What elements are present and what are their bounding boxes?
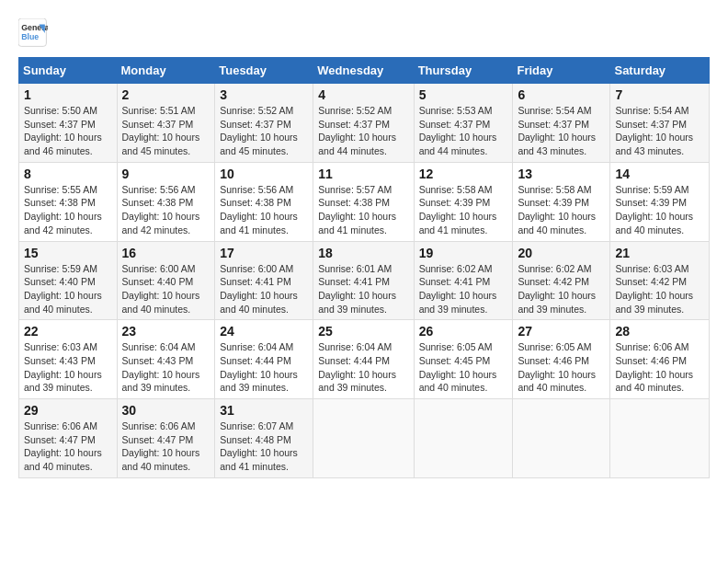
day-cell: 29 Sunrise: 6:06 AMSunset: 4:47 PMDaylig… [19,399,118,478]
day-header-monday: Monday [117,58,215,84]
day-number: 2 [122,87,210,102]
day-cell: 15 Sunrise: 5:59 AMSunset: 4:40 PMDaylig… [19,241,118,320]
day-info: Sunrise: 5:56 AMSunset: 4:38 PMDaylight:… [220,184,298,236]
day-cell: 24 Sunrise: 6:04 AMSunset: 4:44 PMDaylig… [215,320,313,399]
day-header-tuesday: Tuesday [215,58,313,84]
day-number: 22 [24,324,112,339]
day-cell: 12 Sunrise: 5:58 AMSunset: 4:39 PMDaylig… [414,162,513,241]
day-cell: 25 Sunrise: 6:04 AMSunset: 4:44 PMDaylig… [313,320,414,399]
day-info: Sunrise: 6:07 AMSunset: 4:48 PMDaylight:… [220,420,298,472]
day-cell: 9 Sunrise: 5:56 AMSunset: 4:38 PMDayligh… [117,162,215,241]
day-info: Sunrise: 6:04 AMSunset: 4:43 PMDaylight:… [122,341,200,393]
day-number: 28 [615,324,704,339]
day-info: Sunrise: 6:00 AMSunset: 4:41 PMDaylight:… [220,263,298,315]
day-number: 13 [518,167,605,181]
day-cell: 19 Sunrise: 6:02 AMSunset: 4:41 PMDaylig… [414,241,513,320]
day-cell: 23 Sunrise: 6:04 AMSunset: 4:43 PMDaylig… [117,320,215,399]
day-number: 12 [419,167,508,181]
day-info: Sunrise: 6:06 AMSunset: 4:47 PMDaylight:… [24,420,102,472]
day-number: 4 [318,87,408,102]
day-info: Sunrise: 5:54 AMSunset: 4:37 PMDaylight:… [518,105,596,156]
day-cell: 4 Sunrise: 5:52 AMSunset: 4:37 PMDayligh… [313,84,414,163]
day-number: 17 [220,246,308,260]
day-number: 1 [24,87,112,102]
day-header-saturday: Saturday [610,58,710,84]
day-info: Sunrise: 5:59 AMSunset: 4:39 PMDaylight:… [615,184,693,236]
day-number: 18 [318,246,408,260]
day-number: 23 [122,324,210,339]
day-cell: 21 Sunrise: 6:03 AMSunset: 4:42 PMDaylig… [610,241,710,320]
day-number: 21 [615,246,704,260]
day-number: 16 [122,246,210,260]
day-info: Sunrise: 5:52 AMSunset: 4:37 PMDaylight:… [220,105,298,156]
day-header-thursday: Thursday [414,58,513,84]
day-cell [313,399,414,478]
day-cell: 26 Sunrise: 6:05 AMSunset: 4:45 PMDaylig… [414,320,513,399]
week-row-3: 15 Sunrise: 5:59 AMSunset: 4:40 PMDaylig… [19,241,710,320]
day-number: 6 [518,87,605,102]
day-cell: 22 Sunrise: 6:03 AMSunset: 4:43 PMDaylig… [19,320,118,399]
day-number: 10 [220,167,308,181]
day-cell [513,399,610,478]
day-info: Sunrise: 5:51 AMSunset: 4:37 PMDaylight:… [122,105,200,156]
day-number: 9 [122,167,210,181]
day-info: Sunrise: 5:54 AMSunset: 4:37 PMDaylight:… [615,105,693,156]
day-cell: 7 Sunrise: 5:54 AMSunset: 4:37 PMDayligh… [610,84,710,163]
day-info: Sunrise: 6:05 AMSunset: 4:45 PMDaylight:… [419,341,497,393]
week-row-4: 22 Sunrise: 6:03 AMSunset: 4:43 PMDaylig… [19,320,710,399]
day-cell: 18 Sunrise: 6:01 AMSunset: 4:41 PMDaylig… [313,241,414,320]
day-info: Sunrise: 5:50 AMSunset: 4:37 PMDaylight:… [24,105,102,156]
day-cell: 28 Sunrise: 6:06 AMSunset: 4:46 PMDaylig… [610,320,710,399]
day-info: Sunrise: 6:04 AMSunset: 4:44 PMDaylight:… [220,341,298,393]
day-number: 19 [419,246,508,260]
day-number: 3 [220,87,308,102]
day-cell: 10 Sunrise: 5:56 AMSunset: 4:38 PMDaylig… [215,162,313,241]
day-number: 15 [24,246,112,260]
day-cell: 31 Sunrise: 6:07 AMSunset: 4:48 PMDaylig… [215,399,313,478]
day-number: 24 [220,324,308,339]
day-number: 26 [419,324,508,339]
day-cell [414,399,513,478]
svg-text:Blue: Blue [21,32,39,41]
day-number: 8 [24,167,112,181]
logo: General Blue [18,18,48,48]
header: General Blue [18,18,710,48]
day-cell: 2 Sunrise: 5:51 AMSunset: 4:37 PMDayligh… [117,84,215,163]
day-cell: 5 Sunrise: 5:53 AMSunset: 4:37 PMDayligh… [414,84,513,163]
day-cell: 8 Sunrise: 5:55 AMSunset: 4:38 PMDayligh… [19,162,118,241]
day-number: 20 [518,246,605,260]
day-info: Sunrise: 5:55 AMSunset: 4:38 PMDaylight:… [24,184,102,236]
day-info: Sunrise: 5:58 AMSunset: 4:39 PMDaylight:… [419,184,497,236]
logo-icon: General Blue [18,18,48,48]
day-info: Sunrise: 5:56 AMSunset: 4:38 PMDaylight:… [122,184,200,236]
day-info: Sunrise: 5:58 AMSunset: 4:39 PMDaylight:… [518,184,596,236]
day-cell [610,399,710,478]
day-info: Sunrise: 6:03 AMSunset: 4:43 PMDaylight:… [24,341,102,393]
day-info: Sunrise: 6:06 AMSunset: 4:46 PMDaylight:… [615,341,693,393]
day-cell: 17 Sunrise: 6:00 AMSunset: 4:41 PMDaylig… [215,241,313,320]
day-cell: 1 Sunrise: 5:50 AMSunset: 4:37 PMDayligh… [19,84,118,163]
day-info: Sunrise: 6:00 AMSunset: 4:40 PMDaylight:… [122,263,200,315]
day-cell: 13 Sunrise: 5:58 AMSunset: 4:39 PMDaylig… [513,162,610,241]
day-cell: 27 Sunrise: 6:05 AMSunset: 4:46 PMDaylig… [513,320,610,399]
day-cell: 30 Sunrise: 6:06 AMSunset: 4:47 PMDaylig… [117,399,215,478]
week-row-1: 1 Sunrise: 5:50 AMSunset: 4:37 PMDayligh… [19,84,710,163]
day-cell: 16 Sunrise: 6:00 AMSunset: 4:40 PMDaylig… [117,241,215,320]
week-row-5: 29 Sunrise: 6:06 AMSunset: 4:47 PMDaylig… [19,399,710,478]
day-header-friday: Friday [513,58,610,84]
day-cell: 6 Sunrise: 5:54 AMSunset: 4:37 PMDayligh… [513,84,610,163]
day-info: Sunrise: 5:52 AMSunset: 4:37 PMDaylight:… [318,105,396,156]
day-info: Sunrise: 6:01 AMSunset: 4:41 PMDaylight:… [318,263,396,315]
day-info: Sunrise: 6:02 AMSunset: 4:42 PMDaylight:… [518,263,596,315]
day-number: 31 [220,403,308,418]
day-cell: 11 Sunrise: 5:57 AMSunset: 4:38 PMDaylig… [313,162,414,241]
day-cell: 3 Sunrise: 5:52 AMSunset: 4:37 PMDayligh… [215,84,313,163]
day-info: Sunrise: 5:59 AMSunset: 4:40 PMDaylight:… [24,263,102,315]
day-number: 27 [518,324,605,339]
day-number: 11 [318,167,408,181]
day-header-wednesday: Wednesday [313,58,414,84]
day-number: 30 [122,403,210,418]
day-info: Sunrise: 5:53 AMSunset: 4:37 PMDaylight:… [419,105,497,156]
day-info: Sunrise: 5:57 AMSunset: 4:38 PMDaylight:… [318,184,396,236]
header-row: SundayMondayTuesdayWednesdayThursdayFrid… [19,58,710,84]
